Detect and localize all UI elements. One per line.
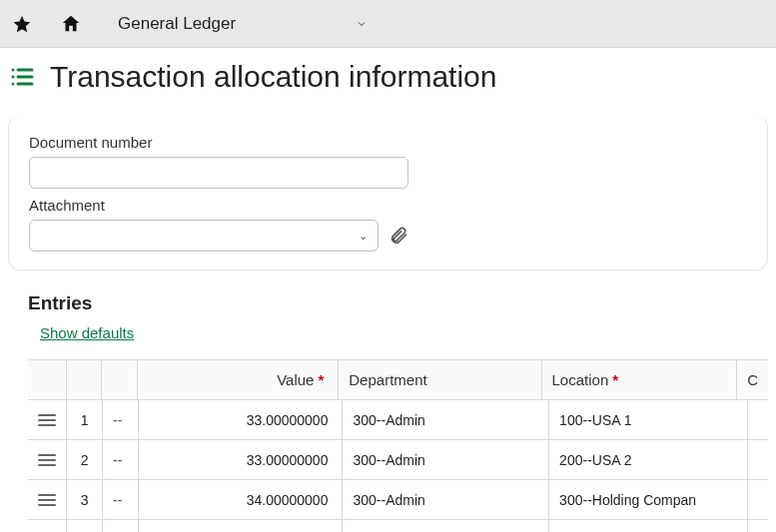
chevron-down-icon: ⌄ <box>359 230 368 243</box>
cell-location[interactable]: 200--USA 2 <box>549 440 748 479</box>
cell-department[interactable]: 300--Admin <box>343 440 549 479</box>
chevron-down-icon <box>356 18 368 30</box>
table-row[interactable]: 2--33.00000000300--Admin200--USA 2 <box>28 440 768 480</box>
col-value[interactable]: Value* <box>138 360 340 399</box>
table-row[interactable]: 3--34.00000000300--Admin300--Holding Com… <box>28 480 768 520</box>
entries-section: Entries Show defaults Value* Department … <box>28 292 768 532</box>
cell-location[interactable] <box>549 520 748 532</box>
cell-value[interactable]: 33.00000000 <box>139 400 344 439</box>
row-number: 1 <box>67 400 103 439</box>
row-dash: -- <box>103 400 139 439</box>
svg-point-2 <box>12 76 15 79</box>
entries-grid: Value* Department Location* C 1--33.0000… <box>28 359 768 532</box>
module-label: General Ledger <box>118 14 236 34</box>
document-number-label: Document number <box>29 134 747 151</box>
cell-value[interactable]: 34.00000000 <box>139 480 344 519</box>
col-handle <box>28 360 67 399</box>
required-marker: * <box>612 371 618 388</box>
row-dash: -- <box>103 520 139 532</box>
cell-location[interactable]: 100--USA 1 <box>549 400 748 439</box>
cell-value[interactable]: 33.00000000 <box>139 440 344 479</box>
grid-header: Value* Department Location* C <box>28 360 768 400</box>
row-dash: -- <box>103 480 139 519</box>
attachment-field: Attachment ⌄ <box>29 197 747 252</box>
attachment-select[interactable]: ⌄ <box>29 220 379 252</box>
form-panel: Document number Attachment ⌄ <box>8 116 768 270</box>
col-location[interactable]: Location* <box>542 360 738 399</box>
cell-extra[interactable] <box>748 520 768 532</box>
col-rownum <box>67 360 102 399</box>
attachment-label: Attachment <box>29 197 747 214</box>
page-menu-icon[interactable] <box>10 67 34 87</box>
table-row[interactable]: 4-- <box>28 520 768 532</box>
drag-handle-icon[interactable] <box>28 400 67 439</box>
cell-location[interactable]: 300--Holding Compan <box>549 480 748 519</box>
cell-value[interactable] <box>139 520 344 532</box>
row-dash: -- <box>103 440 139 479</box>
row-number: 4 <box>67 520 103 532</box>
svg-point-0 <box>12 69 15 72</box>
home-icon[interactable] <box>60 13 82 35</box>
drag-handle-icon[interactable] <box>28 440 67 479</box>
document-number-field: Document number <box>29 134 747 189</box>
row-number: 3 <box>67 480 103 519</box>
favorite-star-icon[interactable] <box>12 14 32 34</box>
col-department[interactable]: Department <box>339 360 541 399</box>
title-row: Transaction allocation information <box>0 48 776 104</box>
page-title: Transaction allocation information <box>50 60 496 94</box>
cell-department[interactable] <box>343 520 549 532</box>
module-selector[interactable]: General Ledger <box>110 10 376 38</box>
cell-department[interactable]: 300--Admin <box>343 480 549 519</box>
cell-extra[interactable] <box>748 480 768 519</box>
drag-handle-icon[interactable] <box>28 520 67 532</box>
entries-title: Entries <box>28 292 768 314</box>
required-marker: * <box>318 371 324 388</box>
paperclip-icon[interactable] <box>388 226 408 246</box>
drag-handle-icon[interactable] <box>28 480 67 519</box>
col-dash <box>102 360 137 399</box>
show-defaults-link[interactable]: Show defaults <box>40 324 134 341</box>
svg-point-4 <box>12 83 15 86</box>
row-number: 2 <box>67 440 103 479</box>
cell-department[interactable]: 300--Admin <box>343 400 549 439</box>
cell-extra[interactable] <box>748 400 768 439</box>
top-bar: General Ledger <box>0 0 776 48</box>
cell-extra[interactable] <box>748 440 768 479</box>
document-number-input[interactable] <box>29 157 408 189</box>
table-row[interactable]: 1--33.00000000300--Admin100--USA 1 <box>28 400 768 440</box>
col-extra[interactable]: C <box>737 360 768 399</box>
